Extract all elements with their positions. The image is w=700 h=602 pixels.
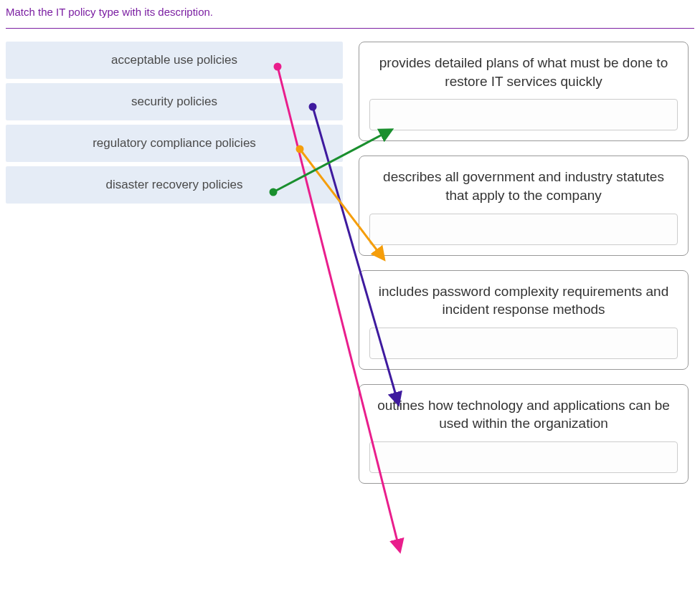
target-description: provides detailed plans of what must be … [369,52,678,99]
question-instruction: Match the IT policy type with its descri… [0,0,700,28]
target-box: provides detailed plans of what must be … [359,42,689,141]
target-column: provides detailed plans of what must be … [359,42,689,498]
target-box: describes all government and industry st… [359,156,689,255]
section-divider [6,28,694,29]
source-column: acceptable use policies security policie… [6,42,343,208]
target-description: describes all government and industry st… [369,166,678,213]
target-description: includes password complexity requirement… [369,281,678,328]
drop-slot[interactable] [369,441,678,473]
target-description: outlines how technology and applications… [369,395,678,441]
target-box: outlines how technology and applications… [359,384,689,484]
drop-slot[interactable] [369,214,678,245]
drop-slot[interactable] [369,328,678,359]
source-item[interactable]: regulatory compliance policies [6,125,343,162]
drop-slot[interactable] [369,99,678,130]
source-item[interactable]: disaster recovery policies [6,166,343,204]
source-item[interactable]: acceptable use policies [6,42,343,79]
source-item[interactable]: security policies [6,83,343,120]
target-box: includes password complexity requirement… [359,270,689,370]
